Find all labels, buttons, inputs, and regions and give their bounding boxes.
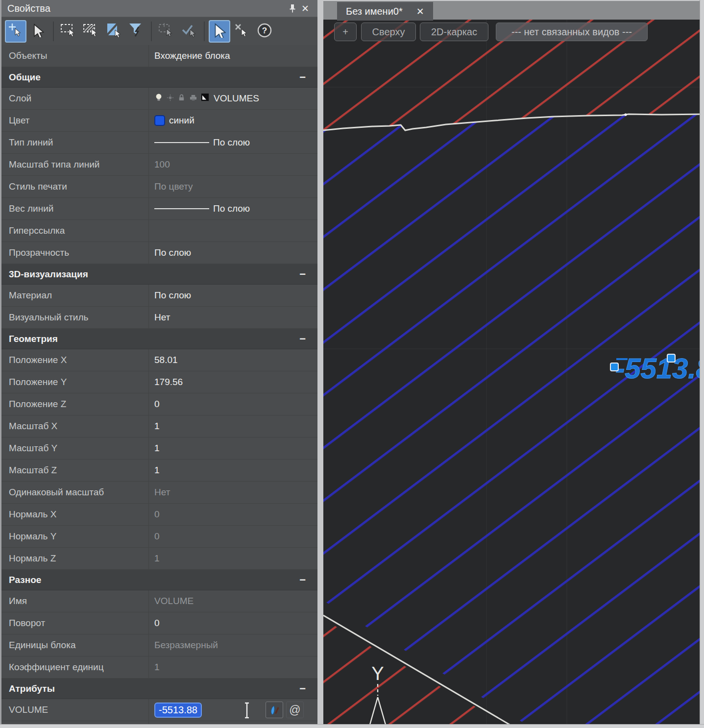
property-value-cell[interactable]: 1 [148, 415, 317, 437]
property-value-cell[interactable]: 1 [148, 656, 317, 678]
layer-on-icon[interactable] [154, 93, 163, 104]
property-label: Поворот [1, 612, 148, 634]
window-select-button[interactable] [58, 20, 79, 43]
layer-lock-icon[interactable] [177, 93, 186, 104]
layer-print-icon[interactable] [189, 93, 197, 104]
deselect-icon [234, 23, 250, 40]
property-value: Безразмерный [154, 640, 218, 651]
property-value-cell[interactable]: 0 [148, 393, 317, 415]
document-tabbar: Без имени0* ✕ [323, 0, 704, 20]
property-value-cell[interactable]: По слою [148, 198, 317, 219]
collapse-icon[interactable]: − [299, 72, 306, 83]
toolbar-separator [151, 22, 152, 41]
property-row: МатериалПо слою [1, 285, 317, 307]
section-header[interactable]: Разное− [1, 570, 317, 590]
hatch-select-button[interactable] [80, 20, 102, 43]
property-label: Положение Y [1, 371, 148, 393]
linked-views-button[interactable]: --- нет связанных видов --- [496, 23, 648, 41]
property-value-cell[interactable]: VOLUME [148, 590, 317, 612]
toolbar-separator [53, 22, 54, 41]
pointer-icon [32, 24, 45, 39]
property-value-cell[interactable]: VOLUMES [148, 88, 317, 109]
property-value-cell[interactable]: Безразмерный [148, 634, 317, 656]
layer-freeze-icon[interactable] [167, 93, 174, 104]
section-header[interactable]: Геометрия− [1, 329, 317, 349]
property-value-cell[interactable]: 100 [148, 154, 317, 175]
property-value: 179.56 [154, 377, 183, 388]
property-row: Одинаковый масштабНет [1, 482, 317, 504]
field-expression-button[interactable] [266, 702, 283, 718]
invert-select-button[interactable] [103, 20, 124, 43]
property-value-cell[interactable]: синий [148, 110, 317, 131]
property-value-cell[interactable]: По цвету [148, 176, 317, 197]
property-value-cell[interactable]: 0 [148, 526, 317, 547]
volume-annotation[interactable]: -5513.88 [610, 352, 704, 384]
grip-insertion-point[interactable] [610, 363, 618, 371]
pin-icon[interactable] [286, 2, 299, 14]
property-value-cell[interactable]: Нет [148, 482, 317, 503]
property-row: Гиперссылка [1, 220, 317, 242]
property-value-cell[interactable]: 1 [148, 437, 317, 459]
window-select-icon [60, 23, 77, 40]
property-value-cell[interactable]: По слою [148, 285, 317, 306]
property-value-cell[interactable]: -5513.88@ [148, 699, 317, 721]
confirm-icon [181, 23, 197, 40]
deselect-button[interactable] [231, 20, 253, 43]
cursor-select-button[interactable] [209, 20, 230, 43]
property-value-cell[interactable]: Нет [148, 307, 317, 328]
property-value-cell[interactable]: 0 [148, 612, 317, 634]
property-row: Масштаб Y1 [1, 437, 317, 460]
color-swatch [154, 115, 165, 126]
section-header[interactable]: 3D-визуализация− [1, 264, 317, 285]
property-value-cell[interactable]: 0 [148, 504, 317, 525]
property-value-cell[interactable]: 1 [148, 460, 317, 481]
property-label: Положение Z [1, 393, 148, 415]
pointer-button[interactable] [27, 20, 49, 43]
drawing-tab[interactable]: Без имени0* ✕ [337, 2, 433, 21]
property-label: Гиперссылка [1, 220, 148, 242]
drawing-viewport[interactable]: Y -5513.88 Без имени0* ✕ +Сверху2D-карка… [323, 0, 704, 728]
section-header[interactable]: Атрибуты− [1, 679, 317, 699]
property-value: 1 [154, 553, 160, 564]
panel-splitter[interactable] [317, 0, 323, 728]
property-row: Положение Y179.56 [1, 371, 317, 393]
property-value-cell[interactable]: По слою [148, 242, 317, 264]
property-value-cell[interactable]: 179.56 [148, 371, 317, 393]
property-value: Вхождение блока [154, 50, 230, 61]
close-icon[interactable]: ✕ [299, 2, 312, 14]
toolbar-separator [204, 22, 205, 41]
filter-button[interactable] [125, 20, 147, 43]
quick-select-button[interactable] [5, 20, 26, 43]
insert-field-button[interactable]: @ [286, 702, 304, 718]
property-value-cell[interactable]: Вхождение блока [148, 45, 317, 67]
property-value-cell[interactable]: По слою [148, 132, 317, 153]
grip-midpoint[interactable] [667, 354, 675, 362]
plot-style-icon[interactable] [201, 93, 209, 104]
help-button[interactable]: ? [254, 20, 275, 43]
visual-style-button[interactable]: 2D-каркас [420, 23, 488, 41]
collapse-icon[interactable]: − [299, 575, 306, 585]
volume-attribute-input[interactable]: -5513.88 [154, 703, 202, 718]
property-label: Прозрачность [1, 242, 148, 264]
viewport-add-button[interactable]: + [334, 23, 357, 41]
property-value-cell[interactable] [148, 220, 317, 242]
section-header[interactable]: Общие− [1, 67, 317, 88]
property-value: По слою [154, 290, 191, 301]
property-value-cell[interactable]: 58.01 [148, 349, 317, 371]
annotation-text[interactable]: -5513.88 [615, 352, 704, 384]
property-value-cell[interactable]: 1 [148, 548, 317, 569]
property-label: VOLUME [1, 699, 148, 721]
property-value: 1 [154, 443, 160, 454]
property-label: Масштаб Z [1, 460, 148, 481]
property-value: 0 [154, 509, 160, 520]
collapse-icon[interactable]: − [299, 683, 306, 694]
view-direction-button[interactable]: Сверху [361, 23, 416, 41]
collapse-icon[interactable]: − [299, 269, 306, 280]
property-value: По слою [154, 247, 191, 258]
property-row: Тип линийПо слою [1, 132, 317, 154]
drawing-canvas[interactable]: Y -5513.88 [323, 20, 704, 728]
property-row: Нормаль X0 [1, 504, 317, 526]
collapse-icon[interactable]: − [299, 334, 306, 344]
tab-close-icon[interactable]: ✕ [416, 6, 424, 17]
property-label: Стиль печати [1, 176, 148, 197]
